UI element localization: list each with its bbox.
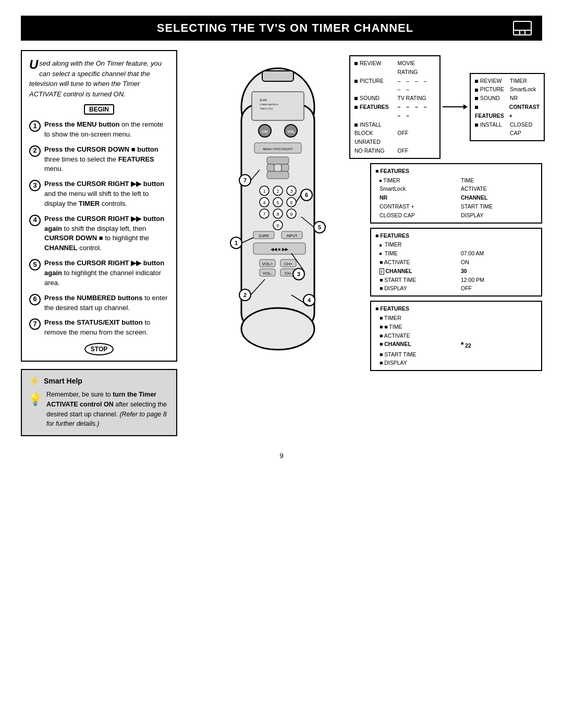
- screen2-row-picture: PICTURE SmartLock: [475, 85, 540, 94]
- screen5-display: ■ DISPLAY: [380, 359, 537, 367]
- main-content: Used along with the On Timer feature, yo…: [21, 50, 542, 436]
- screen5-channel: ■ CHANNEL ■ 22: [380, 340, 537, 350]
- bullet-icon: [354, 106, 358, 109]
- step-num-1: 1: [29, 120, 41, 132]
- screen3-timer: TIMER TIME: [380, 176, 537, 185]
- svg-text:SLIDE: SLIDE: [260, 98, 267, 102]
- step-num-5: 5: [29, 259, 41, 270]
- screen4-section: ■ FEATURES: [375, 231, 537, 240]
- svg-text:5: 5: [276, 200, 279, 205]
- svg-text:4: 4: [308, 297, 311, 303]
- svg-text:CH: CH: [262, 129, 268, 134]
- left-panel: Used along with the On Timer feature, yo…: [21, 50, 177, 436]
- screen1-row-features: FEATURES – – – – – –: [354, 103, 435, 120]
- bullet-icon: [475, 89, 478, 92]
- svg-text:MENU STATUS/EXIT: MENU STATUS/EXIT: [263, 147, 292, 151]
- screen2-row-sound: SOUND NR: [475, 94, 540, 103]
- svg-text:1: 1: [263, 189, 265, 194]
- step-1: 1 Press the MENU button on the remote to…: [29, 120, 169, 140]
- bullet-icon: [354, 124, 358, 127]
- instruction-box: Used along with the On Timer feature, yo…: [21, 50, 177, 362]
- svg-text:7: 7: [263, 212, 265, 217]
- screen-5: ■ FEATURES ■ TIMER ■ ■ TIME ■: [370, 301, 542, 371]
- svg-rect-16: [274, 164, 282, 171]
- screen-1: REVIEW MOVIE RATING PICTURE – – – – – – …: [349, 55, 440, 159]
- step-text-4: Press the CURSOR RIGHT ▶▶ button again t…: [44, 214, 169, 253]
- small-bullet-icon: [380, 180, 382, 182]
- svg-text:1: 1: [235, 240, 238, 246]
- screen1-row-picture: PICTURE – – – – – –: [354, 77, 435, 94]
- arrow-screen1-to-2: [443, 104, 468, 109]
- screen3-closedcap: CLOSED CAP DISPLAY: [380, 211, 537, 220]
- screen5-time: ■ ■ TIME: [380, 323, 537, 331]
- bullet-icon: [354, 80, 358, 83]
- svg-text:CH-: CH-: [285, 271, 292, 276]
- remote-svg: SLIDE POWER FAVORITE TRACK-LOCK CH VOL M…: [218, 66, 338, 378]
- screen5-timer: ■ TIMER: [380, 314, 537, 323]
- small-bullet-icon: [380, 253, 382, 255]
- screen-4: ■ FEATURES TIMER TIME 07:00 AM: [370, 228, 542, 297]
- svg-text:9: 9: [290, 212, 292, 217]
- tv-icon: [513, 21, 532, 35]
- step-text-2: Press the CURSOR DOWN ■ button three tim…: [44, 145, 169, 175]
- svg-rect-4: [252, 92, 304, 120]
- screen4-time: TIME 07:00 AM: [380, 249, 537, 258]
- smart-help-box: ⚡ Smart Help 💡 Remember, be sure to turn…: [21, 369, 177, 436]
- screen1-row-block: BLOCK UNRATED OFF: [354, 129, 435, 146]
- svg-text:4: 4: [263, 200, 265, 205]
- step-text-1: Press the MENU button on the remote to s…: [44, 120, 169, 140]
- svg-rect-14: [267, 157, 289, 164]
- step-7: 7 Press the STATUS/EXIT button to remove…: [29, 318, 169, 338]
- begin-badge: BEGIN: [84, 104, 114, 115]
- step-text-6: Press the NUMBERED buttons to enter the …: [44, 293, 169, 313]
- svg-text:3: 3: [290, 189, 292, 194]
- screen2-row-review: REVIEW TIMER: [475, 77, 540, 85]
- header-bar: Selecting the TV's On Timer Channel: [21, 16, 542, 41]
- svg-rect-3: [262, 71, 293, 81]
- screen-2: REVIEW TIMER PICTURE SmartLock SOUND NR: [470, 73, 545, 142]
- stop-badge: STOP: [84, 343, 114, 355]
- bullet-icon: [475, 97, 478, 100]
- screen2-row-features: FEATURES CONTRAST +: [475, 103, 540, 120]
- svg-text:2: 2: [243, 292, 247, 298]
- step-num-7: 7: [29, 318, 41, 330]
- svg-text:INPUT: INPUT: [287, 234, 298, 238]
- svg-text:VOL-: VOL-: [263, 271, 273, 276]
- screen3-section: ■ FEATURES: [375, 167, 537, 176]
- svg-point-2: [241, 308, 314, 350]
- svg-text:◀◀  ■  ▶▶: ◀◀ ■ ▶▶: [271, 247, 288, 252]
- screen5-starttime: ■ START TIME: [380, 350, 537, 359]
- step-text-3: Press the CURSOR RIGHT ▶▶ button and the…: [44, 179, 169, 209]
- bullet-icon: [475, 80, 478, 83]
- svg-rect-17: [282, 164, 289, 171]
- svg-text:CH+: CH+: [284, 262, 293, 266]
- svg-text:TRACK-LOCK: TRACK-LOCK: [260, 107, 273, 110]
- step-num-4: 4: [29, 215, 41, 226]
- svg-text:6: 6: [305, 192, 308, 198]
- screen-panels: REVIEW MOVIE RATING PICTURE – – – – – – …: [349, 55, 542, 371]
- svg-text:2: 2: [276, 189, 279, 194]
- step-num-2: 2: [29, 145, 41, 157]
- page-title: Selecting the TV's On Timer Channel: [57, 21, 513, 35]
- screen1-row-norating: NO RATING OFF: [354, 146, 435, 155]
- screen3-contrast: CONTRAST + START TIME: [380, 202, 537, 211]
- svg-rect-15: [267, 164, 274, 171]
- page: Selecting the TV's On Timer Channel Used…: [0, 0, 563, 728]
- svg-text:POWER FAVORITE: POWER FAVORITE: [260, 103, 278, 106]
- smart-help-content: 💡 Remember, be sure to turn the Timer AC…: [28, 390, 170, 429]
- svg-text:VOL+: VOL+: [262, 262, 273, 266]
- smart-help-header: ⚡ Smart Help: [28, 375, 170, 387]
- bullet-icon: [475, 124, 478, 127]
- step-text-5: Press the CURSOR RIGHT ▶▶ button again t…: [44, 258, 169, 288]
- screen4-starttime: ■ START TIME 12:00 PM: [380, 276, 537, 285]
- svg-text:8: 8: [276, 212, 279, 217]
- lightning-icon: ⚡: [28, 375, 40, 387]
- smart-help-title: Smart Help: [44, 377, 82, 385]
- svg-text:7: 7: [243, 177, 247, 183]
- bullet-icon: [354, 62, 358, 65]
- screen-3: ■ FEATURES TIMER TIME SmartLock ACTIVATE: [370, 163, 542, 224]
- smart-help-text: Remember, be sure to turn the Timer ACTI…: [46, 390, 170, 429]
- bullet-icon: [475, 106, 478, 109]
- screen1-row-install: INSTALL: [354, 120, 435, 129]
- step-num-6: 6: [29, 294, 41, 305]
